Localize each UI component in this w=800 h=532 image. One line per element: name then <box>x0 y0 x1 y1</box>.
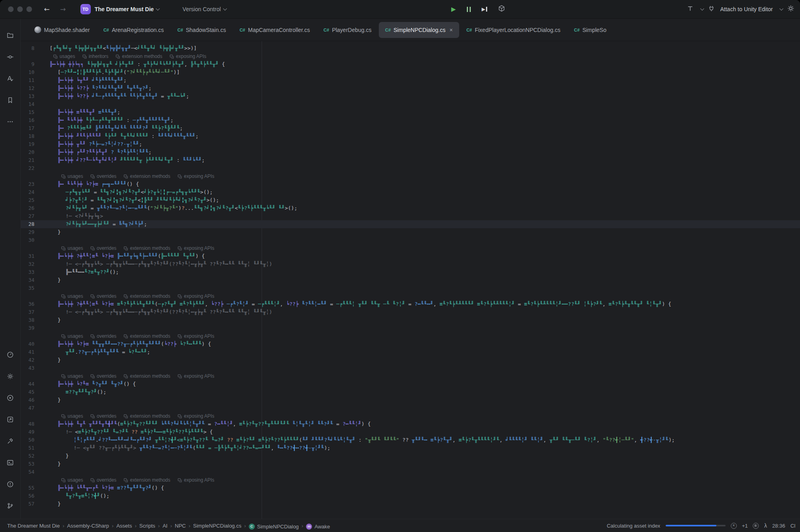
code-line[interactable]: !─ <?╛╙╞╥╘╗> <box>34 212 103 220</box>
line-number[interactable]: 57 <box>21 500 34 508</box>
code-line[interactable] <box>34 468 58 476</box>
hint-overrides[interactable]: overrides <box>90 244 116 252</box>
breadcrumb-assembly-csharp[interactable]: Assembly-CSharp <box>67 523 109 529</box>
line-number[interactable]: 55 <box>21 484 34 492</box>
code-line[interactable]: ╠╍╘╞╪ ╘╥╙╜ ╛╙╞╙╙╙╙╥╙╜; <box>34 76 126 84</box>
code-line[interactable]: !─ <─╒╙╗╥╘╙> ─╒╙╗╥╘╙╍╍─╒╙╗╥╙?╙?╙╜(??╙?╙╎… <box>34 260 272 268</box>
code-line[interactable]: !─ <≡╙╞?╙╥??╙╜ ╙=?╜╙ ?? ≡╙╞?╙╍╍≡╙╞?╙??╙╞… <box>34 428 213 436</box>
breadcrumb-the-dreamer-must-die[interactable]: The Dreamer Must Die <box>7 523 60 529</box>
hint-exposing-apis[interactable]: exposing APIs <box>170 52 206 60</box>
line-number[interactable]: 49 <box>21 428 34 436</box>
hint-overrides[interactable]: overrides <box>90 292 116 300</box>
attach-to-unity-button[interactable]: Attach to Unity Editor <box>720 6 773 12</box>
back-arrow-icon[interactable]: ← <box>44 5 50 13</box>
run-icon[interactable] <box>3 390 18 405</box>
code-line[interactable]: ╠╍ ╙╘╙╞╪ ╘?╞≡ ╒╍╗╍╙╜╙╜() { <box>34 180 139 188</box>
line-number[interactable]: 24 <box>21 188 34 196</box>
inlay-hints[interactable]: usagesoverridesextension methodsexposing… <box>34 332 222 340</box>
hint-exposing-apis[interactable]: exposing APIs <box>178 476 214 484</box>
line-number[interactable]: 54 <box>21 468 34 476</box>
line-number[interactable]: 31 <box>21 252 34 260</box>
hint-overrides[interactable]: overrides <box>90 372 116 380</box>
chevron-down-icon[interactable] <box>780 7 784 11</box>
step-icon[interactable]: ▶ <box>482 6 487 12</box>
inlay-hints[interactable]: usagesoverridesextension methodsexposing… <box>34 172 222 180</box>
hint-overrides[interactable]: overrides <box>90 412 116 420</box>
code-line[interactable]: } <box>34 452 69 460</box>
hint-exposing-apis[interactable]: exposing APIs <box>178 292 214 300</box>
code-line[interactable]: } <box>34 460 61 468</box>
hint-extension-methods[interactable]: extension methods <box>124 292 170 300</box>
code-line[interactable]: ?╛╙╞╥╘╜╍╍╥╞╛╙╜ = ╚╙╗?╛╙╞╜; <box>34 220 147 228</box>
hint-overrides[interactable]: overrides <box>90 476 116 484</box>
close-window-icon[interactable] <box>8 6 14 12</box>
tab-shadowstain-cs[interactable]: C#ShadowStain.cs <box>171 22 232 38</box>
line-number[interactable]: 32 <box>21 260 34 268</box>
code-line[interactable] <box>34 100 58 108</box>
breadcrumb-simplenpcdialog[interactable]: CSimpleNPCDialog <box>249 524 299 530</box>
terminal-icon[interactable] <box>3 455 18 470</box>
hint-extension-methods[interactable]: extension methods <box>124 476 170 484</box>
line-ending-clipped[interactable]: Cl <box>790 523 798 529</box>
minimize-window-icon[interactable] <box>17 6 23 12</box>
code-line[interactable]: ?╛╙╞╥╘╜ = ╥╙╙?╙─=?╙╎╍─=╙╜╙("?╛╙╞╥?╙")?..… <box>34 204 297 212</box>
hint-overrides[interactable]: overrides <box>90 172 116 180</box>
tab-fixedplayerlocationnpcdialog-cs[interactable]: C#FixedPlayerLocationNPCDialog.cs <box>460 22 567 38</box>
inlay-hints[interactable]: usagesinheritorsextension methodsexposin… <box>34 52 214 60</box>
monitoring-icon[interactable] <box>3 347 18 362</box>
breadcrumb-scripts[interactable]: Scripts <box>139 523 155 529</box>
hint-usages[interactable]: usages <box>61 332 83 340</box>
git-icon[interactable] <box>3 498 18 513</box>
code-line[interactable]: ╠╍╘╞╪ ╥╙╜ ?╙╞─=?╙╎╛??·╥╎╙╜; <box>34 140 142 148</box>
pause-icon[interactable] <box>467 7 471 12</box>
hint-extension-methods[interactable]: extension methods <box>124 412 170 420</box>
hint-extension-methods[interactable]: extension methods <box>124 172 170 180</box>
code-editor[interactable]: 8[╒╙╗╚╛╥ ╙╞╦╠╛╗╥╙╜<╙╞╦╠╛╗╥╜─<╛╙╙╥╙╛ ╙╞╦╠… <box>21 41 800 519</box>
line-number[interactable]: 35 <box>21 284 34 292</box>
profile-tool-icon[interactable] <box>687 5 694 14</box>
line-number[interactable]: 21 <box>21 156 34 164</box>
chevron-down-icon[interactable] <box>223 7 227 11</box>
more-icon[interactable] <box>3 114 18 129</box>
hint-usages[interactable]: usages <box>61 172 83 180</box>
hint-usages[interactable]: usages <box>61 412 83 420</box>
hint-usages[interactable]: usages <box>53 52 75 60</box>
line-number[interactable]: 46 <box>21 396 34 404</box>
line-number[interactable]: 17 <box>21 124 34 132</box>
line-number[interactable]: 28 <box>21 220 34 228</box>
inlay-hints[interactable]: usagesoverridesextension methodsexposing… <box>34 292 222 300</box>
code-line[interactable]: ≡??╥╙╜╙╥?╜(); <box>34 388 106 396</box>
code-line[interactable]: ╠╍ ╙╘╙╞╪ ╙╞╙─╒╙╙╥╙╜╙╜ : ─╒╙╙╥╙╙╜╙╙╥╜; <box>34 116 174 124</box>
code-line[interactable]: } <box>34 356 61 364</box>
line-number[interactable]: 10 <box>21 68 34 76</box>
code-line[interactable]: ╠╍╘╞╪ ?╪╙╙╎≡╙ ╘?╞≡ ╠╍╙╜╥╘╗╙╞╍╙╙╜(╠╍╙╙╙╜ … <box>34 252 205 260</box>
hint-extension-methods[interactable]: extension methods <box>116 52 162 60</box>
line-number[interactable]: 56 <box>21 492 34 500</box>
line-number[interactable]: 41 <box>21 348 34 356</box>
code-line[interactable]: ╥╙╜.??╥─╒╙╞╙╙╥╙╜╙ = ╘?╙╍╙╜; <box>34 348 150 356</box>
hint-exposing-apis[interactable]: exposing APIs <box>178 244 214 252</box>
code-line[interactable]: } <box>34 316 61 324</box>
code-line[interactable]: ╠╍╘╞╪ ╘??╞ ╛╙─╒╙╙╙╙╥╙╙ ╙╙╞╙╥╙╙╥╜ = ╥╙╙╍╘… <box>34 92 189 100</box>
line-number[interactable]: 48 <box>21 420 34 428</box>
line-number[interactable]: 51 <box>21 444 34 452</box>
line-number[interactable]: 15 <box>21 108 34 116</box>
line-number[interactable]: 14 <box>21 100 34 108</box>
code-line[interactable]: ╎╙╎╒╙╙╜.╛??╙╍╍╙╜╍╛╙╍╒╙╜?╜ ╥╙╙╎?╉╜<≡╙╞?╙╥… <box>34 436 675 444</box>
hint-usages[interactable]: usages <box>61 372 83 380</box>
code-line[interactable]: ╠╍╘╞╪ ╒╙╜?╙╙╞╙╥╜ ? ╙?╙╞╙╙╎╙╜╙; <box>34 148 152 156</box>
breadcrumb-simplenpcdialog-cs[interactable]: SimpleNPCDialog.cs <box>193 523 242 529</box>
close-tab-icon[interactable]: × <box>450 27 453 33</box>
hint-usages[interactable]: usages <box>61 244 83 252</box>
code-line[interactable]: ╠╍╘╞╪ ╜╙╙╞╙╙╙╜ ╙╞╙╜ ╙╥╙╙╛╙╙╙╜ : ╙╜╙╙╛╙╙╙… <box>34 132 198 140</box>
line-number[interactable]: 44 <box>21 380 34 388</box>
inlay-hints[interactable]: usagesoverridesextension methodsexposing… <box>34 372 222 380</box>
hint-exposing-apis[interactable]: exposing APIs <box>178 172 214 180</box>
code-line[interactable] <box>34 164 58 172</box>
line-number[interactable]: 25 <box>21 196 34 204</box>
project-folder-icon[interactable] <box>3 28 18 43</box>
attach-plug-icon[interactable] <box>708 5 715 14</box>
line-number[interactable]: 27 <box>21 212 34 220</box>
code-line[interactable]: } <box>34 276 61 284</box>
hint-usages[interactable]: usages <box>61 476 83 484</box>
